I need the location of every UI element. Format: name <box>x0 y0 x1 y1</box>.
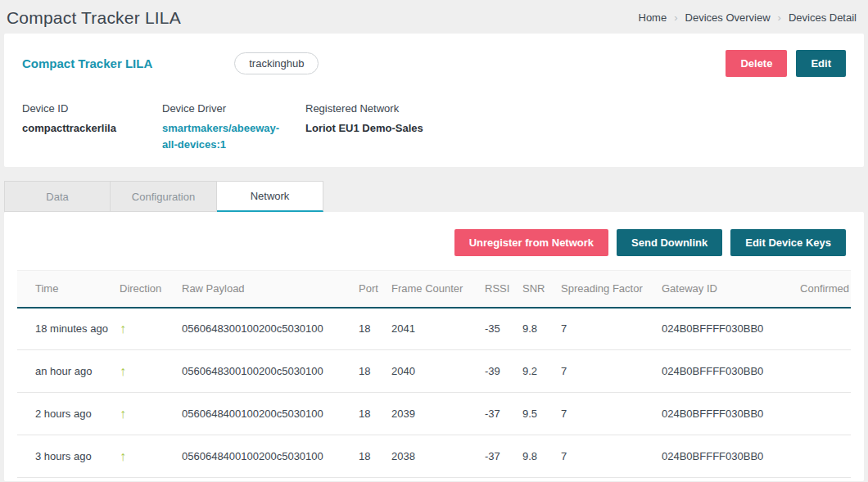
table-row[interactable]: 2 hours ago ↑ 0560648400100200c5030100 1… <box>17 393 851 435</box>
edit-device-keys-button[interactable]: Edit Device Keys <box>730 229 846 256</box>
send-downlink-button[interactable]: Send Downlink <box>617 229 722 256</box>
direction-up-icon: ↑ <box>120 435 182 478</box>
cell-frame-counter: 2039 <box>391 393 485 435</box>
cell-time: an hour ago <box>17 350 120 393</box>
registered-network-label: Registered Network <box>305 102 423 115</box>
table-row[interactable]: an hour ago ↑ 0560648300100200c5030100 1… <box>17 350 851 393</box>
table-header-row: Time Direction Raw Payload Port Frame Co… <box>17 271 851 308</box>
device-id-value: compacttrackerlila <box>22 120 162 137</box>
col-spreading-factor: Spreading Factor <box>561 271 662 308</box>
cell-rssi: -37 <box>485 435 522 478</box>
device-driver-link[interactable]: smartmakers/abeeway-all-devices:1 <box>162 120 285 153</box>
cell-gateway-id: 024B0BFFFF030BB0 <box>662 435 782 478</box>
device-name: Compact Tracker LILA <box>22 56 152 70</box>
cell-time: 2 hours ago <box>17 393 120 435</box>
col-raw-payload: Raw Payload <box>182 271 359 308</box>
col-time: Time <box>17 271 120 308</box>
direction-up-icon: ↑ <box>120 350 182 393</box>
cell-port: 18 <box>359 308 391 350</box>
device-tag-chip: trackinghub <box>234 52 319 74</box>
cell-snr: 9.8 <box>522 308 561 350</box>
breadcrumb-devices-overview[interactable]: Devices Overview <box>685 11 771 24</box>
tab-network[interactable]: Network <box>217 181 323 212</box>
edit-button[interactable]: Edit <box>796 50 846 77</box>
cell-spreading-factor: 7 <box>561 435 662 478</box>
table-row[interactable]: 18 minutes ago ↑ 0560648300100200c503010… <box>17 308 851 350</box>
registered-network-field: Registered Network Loriot EU1 Demo-Sales <box>305 102 423 153</box>
cell-confirmed <box>782 393 851 435</box>
chevron-right-icon: › <box>778 11 781 24</box>
breadcrumb: Home › Devices Overview › Devices Detail <box>639 11 857 24</box>
cell-raw-payload: 0560648300100200c5030100 <box>182 308 359 350</box>
device-summary-card: Compact Tracker LILA trackinghub Delete … <box>4 34 864 167</box>
cell-gateway-id: 024B0BFFFF030BB0 <box>662 308 782 350</box>
breadcrumb-devices-detail: Devices Detail <box>789 11 857 24</box>
tab-bar: Data Configuration Network <box>4 181 864 212</box>
device-driver-label: Device Driver <box>162 102 305 115</box>
network-panel: Unregister from Network Send Downlink Ed… <box>4 212 864 481</box>
cell-port: 18 <box>359 393 391 435</box>
cell-raw-payload: 0560648400100200c5030100 <box>182 393 359 435</box>
device-driver-field: Device Driver smartmakers/abeeway-all-de… <box>162 102 305 153</box>
col-rssi: RSSI <box>485 271 522 308</box>
cell-frame-counter: 2041 <box>391 308 485 350</box>
col-port: Port <box>359 271 391 308</box>
network-actions: Unregister from Network Send Downlink Ed… <box>4 229 864 256</box>
tab-configuration[interactable]: Configuration <box>111 181 217 212</box>
tab-data[interactable]: Data <box>4 181 111 212</box>
cell-rssi: -35 <box>485 308 522 350</box>
col-snr: SNR <box>522 271 561 308</box>
cell-spreading-factor: 7 <box>561 308 662 350</box>
uplink-table: Time Direction Raw Payload Port Frame Co… <box>17 270 851 478</box>
cell-gateway-id: 024B0BFFFF030BB0 <box>662 393 782 435</box>
cell-raw-payload: 0560648300100200c5030100 <box>182 350 359 393</box>
cell-confirmed <box>782 435 851 478</box>
cell-confirmed <box>782 350 851 393</box>
cell-raw-payload: 0560648400100200c5030100 <box>182 435 359 478</box>
page-title: Compact Tracker LILA <box>7 8 181 28</box>
cell-confirmed <box>782 308 851 350</box>
cell-snr: 9.8 <box>522 435 561 478</box>
cell-frame-counter: 2038 <box>391 435 485 478</box>
device-id-field: Device ID compacttrackerlila <box>22 102 162 153</box>
table-row[interactable]: 3 hours ago ↑ 0560648400100200c5030100 1… <box>17 435 851 478</box>
topbar: Compact Tracker LILA Home › Devices Over… <box>0 0 868 34</box>
col-frame-counter: Frame Counter <box>391 271 485 308</box>
cell-frame-counter: 2040 <box>391 350 485 393</box>
cell-port: 18 <box>359 435 391 478</box>
unregister-from-network-button[interactable]: Unregister from Network <box>454 229 608 256</box>
cell-spreading-factor: 7 <box>561 350 662 393</box>
col-confirmed: Confirmed <box>782 271 851 308</box>
cell-gateway-id: 024B0BFFFF030BB0 <box>662 350 782 393</box>
registered-network-value: Loriot EU1 Demo-Sales <box>305 120 423 137</box>
cell-port: 18 <box>359 350 391 393</box>
cell-rssi: -39 <box>485 350 522 393</box>
col-gateway-id: Gateway ID <box>662 271 782 308</box>
col-direction: Direction <box>120 271 182 308</box>
cell-spreading-factor: 7 <box>561 393 662 435</box>
chevron-right-icon: › <box>674 11 677 24</box>
direction-up-icon: ↑ <box>120 308 182 350</box>
cell-time: 18 minutes ago <box>17 308 120 350</box>
cell-rssi: -37 <box>485 393 522 435</box>
cell-snr: 9.2 <box>522 350 561 393</box>
cell-snr: 9.5 <box>522 393 561 435</box>
device-id-label: Device ID <box>22 102 162 115</box>
delete-button[interactable]: Delete <box>726 50 787 77</box>
direction-up-icon: ↑ <box>120 393 182 435</box>
breadcrumb-home[interactable]: Home <box>639 11 667 24</box>
cell-time: 3 hours ago <box>17 435 120 478</box>
